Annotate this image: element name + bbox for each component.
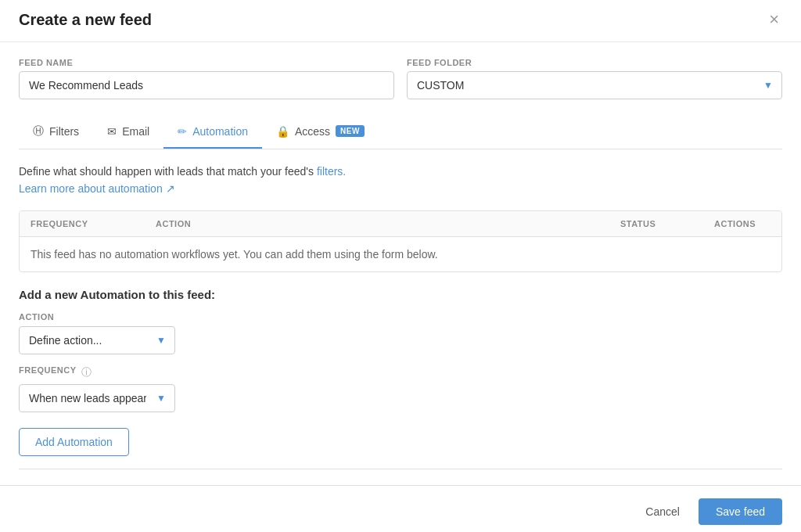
empty-message: This feed has no automation workflows ye… xyxy=(31,248,770,261)
table-header: FREQUENCY ACTION STATUS ACTIONS xyxy=(20,211,781,237)
footer-divider xyxy=(19,469,782,469)
feed-folder-group: FEED FOLDER CUSTOM Default Other ▼ xyxy=(407,58,782,99)
modal-header: Create a new feed × xyxy=(0,0,801,42)
learn-more-label: Learn more about automation xyxy=(19,182,163,195)
feed-folder-select-wrapper: CUSTOM Default Other ▼ xyxy=(407,71,782,99)
cancel-button[interactable]: Cancel xyxy=(636,499,689,524)
action-select-wrapper: Define action... ▼ xyxy=(19,326,175,354)
frequency-label-row: FREQUENCY ⓘ xyxy=(19,365,782,379)
modal-title: Create a new feed xyxy=(19,11,152,29)
tab-email[interactable]: ✉ Email xyxy=(93,116,163,149)
tab-automation[interactable]: ✏ Automation xyxy=(163,116,262,149)
modal-body: FEED NAME FEED FOLDER CUSTOM Default Oth… xyxy=(0,42,801,485)
add-automation-section: Add a new Automation to this feed: ACTIO… xyxy=(19,288,782,456)
external-link-icon: ↗ xyxy=(166,182,175,195)
filters-link[interactable]: filters. xyxy=(317,165,346,178)
feed-name-group: FEED NAME xyxy=(19,58,394,99)
info-text-main: Define what should happen with leads tha… xyxy=(19,165,317,178)
table-body: This feed has no automation workflows ye… xyxy=(20,237,781,271)
frequency-select[interactable]: When new leads appear Daily Weekly xyxy=(19,384,175,412)
feed-name-input[interactable] xyxy=(19,71,394,99)
tab-automation-label: Automation xyxy=(192,125,248,138)
col-frequency: FREQUENCY xyxy=(20,211,145,236)
filters-icon: Ⓗ xyxy=(33,124,44,138)
save-feed-button[interactable]: Save feed xyxy=(699,498,782,525)
feed-folder-select[interactable]: CUSTOM Default Other xyxy=(407,71,782,99)
new-badge: NEW xyxy=(336,125,365,137)
feed-folder-label: FEED FOLDER xyxy=(407,58,782,67)
tabs-bar: Ⓗ Filters ✉ Email ✏ Automation 🔒 Access … xyxy=(19,115,782,149)
tab-access-label: Access xyxy=(295,125,330,138)
frequency-field-label: FREQUENCY xyxy=(19,365,77,375)
tab-access[interactable]: 🔒 Access NEW xyxy=(262,116,379,149)
automation-table: FREQUENCY ACTION STATUS ACTIONS This fee… xyxy=(19,210,782,272)
add-automation-button[interactable]: Add Automation xyxy=(19,428,129,456)
close-button[interactable]: × xyxy=(766,11,782,28)
modal-container: Create a new feed × FEED NAME FEED FOLDE… xyxy=(0,0,801,532)
action-select[interactable]: Define action... xyxy=(19,326,175,354)
tab-email-label: Email xyxy=(122,125,149,138)
col-action: ACTION xyxy=(145,211,609,236)
tab-filters-label: Filters xyxy=(49,125,79,138)
add-section-title: Add a new Automation to this feed: xyxy=(19,288,782,301)
form-row: FEED NAME FEED FOLDER CUSTOM Default Oth… xyxy=(19,58,782,99)
automation-tab-content: Define what should happen with leads tha… xyxy=(19,149,782,485)
email-icon: ✉ xyxy=(107,125,117,138)
learn-more-link[interactable]: Learn more about automation ↗ xyxy=(19,182,175,195)
info-text: Define what should happen with leads tha… xyxy=(19,165,782,178)
frequency-select-wrapper: When new leads appear Daily Weekly ▼ xyxy=(19,384,175,412)
col-status: STATUS xyxy=(609,211,703,236)
frequency-help-icon[interactable]: ⓘ xyxy=(81,365,92,379)
feed-name-label: FEED NAME xyxy=(19,58,394,67)
tab-filters[interactable]: Ⓗ Filters xyxy=(19,115,93,149)
modal-overlay: Create a new feed × FEED NAME FEED FOLDE… xyxy=(0,0,801,532)
access-icon: 🔒 xyxy=(276,125,289,138)
col-actions: ACTIONS xyxy=(703,211,781,236)
modal-footer: Cancel Save feed xyxy=(0,485,801,533)
action-field-label: ACTION xyxy=(19,312,782,322)
automation-icon: ✏ xyxy=(178,125,187,138)
